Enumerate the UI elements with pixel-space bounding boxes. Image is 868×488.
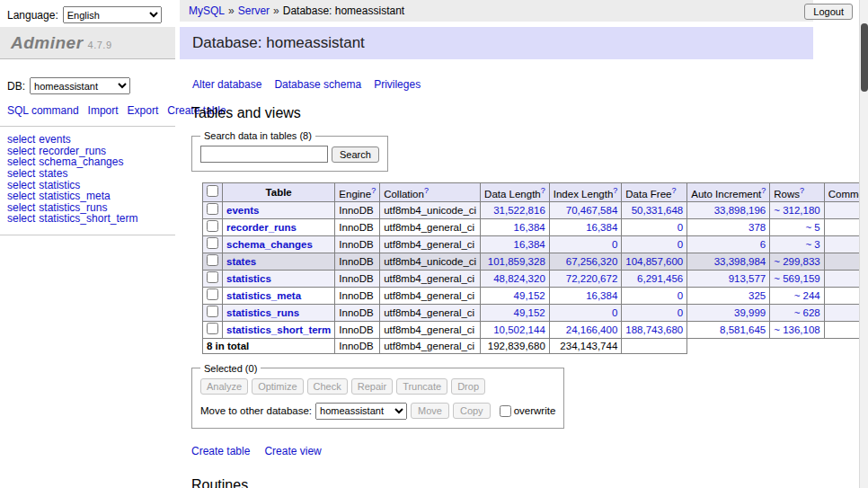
rows-count-link[interactable]: ~ 628 xyxy=(794,307,820,318)
auto-increment-link[interactable]: 33,898,196 xyxy=(714,205,766,216)
row-checkbox[interactable] xyxy=(207,220,218,232)
table-name-link[interactable]: states xyxy=(226,256,256,267)
index-length-link[interactable]: 0 xyxy=(612,239,617,250)
index-length-link[interactable]: 24,166,400 xyxy=(566,324,618,335)
copy-button[interactable]: Copy xyxy=(453,403,491,419)
data-length-link[interactable]: 16,384 xyxy=(514,222,545,233)
logout-button[interactable]: Logout xyxy=(804,4,853,20)
column-help-link[interactable]: ? xyxy=(424,186,429,195)
data-length-link[interactable]: 31,522,816 xyxy=(493,205,545,216)
database-action-link[interactable]: Alter database xyxy=(192,78,261,91)
data-length-link[interactable]: 101,859,328 xyxy=(488,256,545,267)
column-help-link[interactable]: ? xyxy=(761,186,766,195)
sidebar-select-link[interactable]: select xyxy=(7,167,35,180)
sidebar-action-link[interactable]: Import xyxy=(88,104,119,117)
brand-name[interactable]: Adminer xyxy=(11,33,84,52)
select-all-checkbox[interactable] xyxy=(207,185,218,197)
data-length-link[interactable]: 49,152 xyxy=(514,290,545,301)
column-help-link[interactable]: ? xyxy=(671,186,676,195)
database-action-link[interactable]: Privileges xyxy=(374,78,421,91)
selected-action-button[interactable]: Analyze xyxy=(200,378,248,395)
rows-count-link[interactable]: ~ 244 xyxy=(794,290,820,301)
index-length-link[interactable]: 0 xyxy=(612,307,617,318)
row-checkbox[interactable] xyxy=(207,254,218,266)
index-length-link[interactable]: 72,220,672 xyxy=(566,273,618,284)
overwrite-label[interactable]: overwrite xyxy=(514,404,556,415)
selected-action-button[interactable]: Optimize xyxy=(252,378,303,395)
vertical-scrollbar[interactable] xyxy=(859,0,868,488)
scrollbar-thumb[interactable] xyxy=(861,23,868,92)
language-select[interactable]: English xyxy=(63,6,162,23)
auto-increment-link[interactable]: 6 xyxy=(760,239,766,250)
selected-action-button[interactable]: Check xyxy=(307,378,348,395)
overwrite-checkbox[interactable] xyxy=(500,405,511,417)
auto-increment-link[interactable]: 913,577 xyxy=(729,273,766,284)
auto-increment-link[interactable]: 39,999 xyxy=(734,307,766,318)
data-free-link[interactable]: 188,743,680 xyxy=(625,324,683,335)
row-checkbox[interactable] xyxy=(207,288,218,300)
auto-increment-link[interactable]: 325 xyxy=(748,290,766,301)
sidebar-action-link[interactable]: Export xyxy=(128,104,159,117)
rows-count-link[interactable]: ~ 299,833 xyxy=(774,256,819,267)
auto-increment-link[interactable]: 378 xyxy=(748,222,766,233)
auto-increment-link[interactable]: 8,581,645 xyxy=(720,324,766,335)
table-name-link[interactable]: statistics_runs xyxy=(226,307,299,318)
search-input[interactable] xyxy=(200,146,328,163)
table-name-link[interactable]: statistics_short_term xyxy=(226,324,331,335)
move-button[interactable]: Move xyxy=(411,403,449,419)
data-free-link[interactable]: 0 xyxy=(678,290,683,301)
selected-action-button[interactable]: Truncate xyxy=(396,378,447,395)
table-name-link[interactable]: schema_changes xyxy=(226,239,313,250)
index-length-link[interactable]: 70,467,584 xyxy=(566,205,618,216)
breadcrumb-mysql-link[interactable]: MySQL xyxy=(189,4,225,17)
row-checkbox[interactable] xyxy=(207,203,218,215)
column-help-link[interactable]: ? xyxy=(541,186,545,195)
row-checkbox[interactable] xyxy=(207,306,218,317)
rows-count-link[interactable]: ~ 312,180 xyxy=(774,205,819,216)
data-free-link[interactable]: 0 xyxy=(678,239,683,250)
rows-count-link[interactable]: ~ 569,159 xyxy=(774,273,819,284)
selected-action-button[interactable]: Repair xyxy=(351,378,393,395)
data-free-link[interactable]: 6,291,456 xyxy=(637,273,683,284)
data-free-link[interactable]: 0 xyxy=(678,222,683,233)
data-length-link[interactable]: 48,824,320 xyxy=(493,273,545,284)
table-name-link[interactable]: recorder_runs xyxy=(226,222,297,233)
search-button[interactable]: Search xyxy=(332,146,379,163)
row-checkbox[interactable] xyxy=(207,237,218,249)
index-length-link[interactable]: 67,256,320 xyxy=(566,256,618,267)
row-checkbox[interactable] xyxy=(207,271,218,283)
column-help-link[interactable]: ? xyxy=(613,186,617,195)
sidebar: Language:English Adminer4.7.9 DB:homeass… xyxy=(0,0,175,488)
sidebar-table-link[interactable]: statistics_short_term xyxy=(39,212,137,225)
data-length-link[interactable]: 16,384 xyxy=(514,239,545,250)
rows-count-link[interactable]: ~ 3 xyxy=(805,239,819,250)
rows-count-link[interactable]: ~ 136,108 xyxy=(774,324,819,335)
move-db-select[interactable]: homeassistant xyxy=(315,403,407,420)
create-link[interactable]: Create view xyxy=(264,445,321,457)
tables-overview-table: Table Engine? Collation? Data Length? In… xyxy=(202,182,868,354)
table-name-link[interactable]: events xyxy=(226,205,259,216)
table-name-link[interactable]: statistics xyxy=(226,273,271,284)
data-length-link[interactable]: 10,502,144 xyxy=(493,324,545,335)
data-free-link[interactable]: 0 xyxy=(678,307,683,318)
data-length-link[interactable]: 49,152 xyxy=(514,307,545,318)
table-name-link[interactable]: statistics_meta xyxy=(226,290,301,301)
sidebar-table-item: selectstatistics_short_term xyxy=(7,213,168,225)
auto-increment-link[interactable]: 33,398,984 xyxy=(714,256,766,267)
breadcrumb-server-link[interactable]: Server xyxy=(238,4,270,17)
rows-count-link[interactable]: ~ 5 xyxy=(805,222,819,233)
column-help-link[interactable]: ? xyxy=(371,186,376,195)
sidebar-action-link[interactable]: SQL command xyxy=(7,104,79,117)
create-link[interactable]: Create table xyxy=(191,445,250,457)
data-free-link[interactable]: 104,857,600 xyxy=(625,256,683,267)
row-checkbox[interactable] xyxy=(207,323,218,334)
data-free-link[interactable]: 50,331,648 xyxy=(632,205,684,216)
table-row: events InnoDB utf8mb4_unicode_ci 31,522,… xyxy=(203,201,868,218)
selected-action-button[interactable]: Drop xyxy=(451,378,485,395)
column-help-link[interactable]: ? xyxy=(800,186,804,195)
database-action-link[interactable]: Database schema xyxy=(274,78,361,91)
db-select[interactable]: homeassistant xyxy=(30,77,130,94)
index-length-link[interactable]: 16,384 xyxy=(586,222,617,233)
sidebar-select-link[interactable]: select xyxy=(7,212,35,225)
index-length-link[interactable]: 16,384 xyxy=(586,290,617,301)
